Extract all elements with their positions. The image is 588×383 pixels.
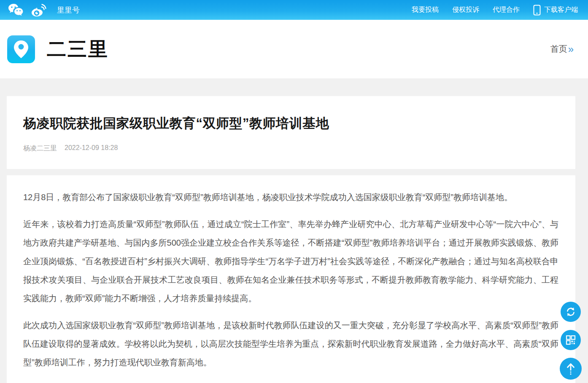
back-to-top-button[interactable] — [560, 358, 582, 380]
qrcode-icon — [566, 335, 576, 345]
topbar-link-download[interactable]: 下载客户端 — [533, 5, 578, 16]
topbar-link-report[interactable]: 侵权投诉 — [452, 5, 479, 14]
article-date: 2022-12-09 18:28 — [65, 144, 118, 153]
qrcode-button[interactable] — [561, 330, 581, 350]
article-paragraph: 近年来，该校着力打造高质量“双师型”教师队伍，通过成立“院士工作室”、率先举办蜂… — [23, 215, 558, 308]
phone-icon — [533, 5, 541, 16]
topbar-channel-link[interactable]: 里里号 — [57, 5, 80, 15]
article-author: 杨凌二三里 — [23, 144, 57, 153]
site-header: 二三里 首页 » — [0, 20, 588, 78]
article-meta: 杨凌二三里 2022-12-09 18:28 — [23, 144, 558, 153]
topbar-social-group — [7, 3, 47, 17]
topbar-link-agency[interactable]: 代理合作 — [493, 5, 520, 14]
home-label: 首页 — [550, 43, 567, 55]
refresh-button[interactable] — [561, 302, 581, 322]
article-paragraph: 此次成功入选国家级职业教育“双师型”教师培训基地，是该校新时代教师队伍建设的又一… — [23, 316, 558, 372]
refresh-icon — [565, 306, 576, 317]
brand-name: 二三里 — [47, 36, 109, 62]
article-body-card: 12月8日，教育部公布了国家级职业教育“双师型”教师培训基地，杨凌职业技术学院成… — [7, 175, 575, 383]
location-pin-icon — [7, 35, 35, 63]
arrow-up-icon — [565, 362, 576, 375]
article-header-card: 杨凌职院获批国家级职业教育“双师型”教师培训基地 杨凌二三里 2022-12-0… — [7, 96, 575, 169]
topbar: 里里号 我要投稿 侵权投诉 代理合作 下载客户端 — [0, 0, 588, 20]
weibo-icon[interactable] — [30, 3, 47, 17]
home-link[interactable]: 首页 » — [550, 43, 574, 55]
article-paragraph: 12月8日，教育部公布了国家级职业教育“双师型”教师培训基地，杨凌职业技术学院成… — [23, 188, 558, 206]
page-content: 杨凌职院获批国家级职业教育“双师型”教师培训基地 杨凌二三里 2022-12-0… — [0, 78, 588, 383]
topbar-links: 我要投稿 侵权投诉 代理合作 下载客户端 — [412, 5, 578, 16]
site-logo[interactable]: 二三里 — [7, 35, 109, 63]
wechat-icon[interactable] — [7, 3, 24, 17]
chevron-right-icon: » — [568, 44, 574, 54]
topbar-link-submit[interactable]: 我要投稿 — [412, 5, 439, 14]
article-body: 12月8日，教育部公布了国家级职业教育“双师型”教师培训基地，杨凌职业技术学院成… — [23, 188, 558, 372]
article-title: 杨凌职院获批国家级职业教育“双师型”教师培训基地 — [23, 115, 558, 132]
download-label: 下载客户端 — [544, 5, 578, 14]
